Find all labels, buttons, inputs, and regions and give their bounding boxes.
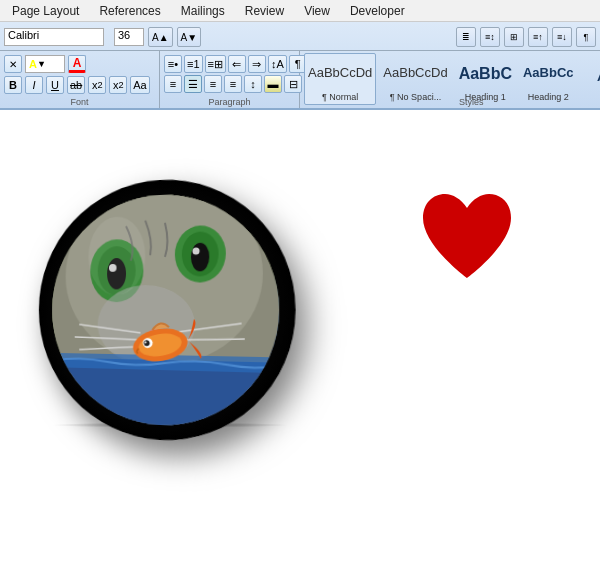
document-content[interactable] [0, 110, 600, 559]
font-grow-btn[interactable]: A▲ [148, 27, 173, 47]
paragraph-section: ≡• ≡1 ≡⊞ ⇐ ⇒ ↕A ¶ ≡ ☰ ≡ ≡ ↕ ▬ ⊟ [160, 51, 300, 108]
heading1-preview: AaBbC [459, 56, 512, 91]
font-size-input[interactable]: 36 [114, 28, 144, 46]
underline-btn[interactable]: U [46, 76, 64, 94]
font-name-input[interactable]: Calibri [4, 28, 104, 46]
font-format-row2: B I U ab x2 x2 Aa [4, 76, 150, 94]
paragraph-section-label: Paragraph [160, 97, 299, 107]
justify-btn[interactable]: ≡ [224, 75, 242, 93]
menu-bar: Page Layout References Mailings Review V… [0, 0, 600, 22]
line-spacing-btn[interactable]: ↕ [244, 75, 262, 93]
title-preview: Aa [585, 56, 600, 91]
ribbon-row2: ✕ A▼ A B I U ab x2 x2 Aa Font [0, 50, 600, 108]
heading2-preview: AaBbCc [523, 56, 574, 91]
circle-outer [39, 172, 296, 448]
sort-btn[interactable]: ↕A [268, 55, 287, 73]
superscript-btn[interactable]: x2 [109, 76, 127, 94]
styles-section-label: Styles [300, 97, 600, 107]
heart-icon [415, 190, 520, 285]
menu-developer[interactable]: Developer [346, 2, 409, 20]
menu-review[interactable]: Review [241, 2, 288, 20]
menu-references[interactable]: References [95, 2, 164, 20]
ribbon: Calibri 36 A▲ A▼ ≣ ≡↕ ⊞ ≡↑ ≡↓ ¶ ✕ A▼ A B [0, 22, 600, 110]
menu-view[interactable]: View [300, 2, 334, 20]
subscript-btn[interactable]: x2 [88, 76, 106, 94]
font-color-btn[interactable]: A [68, 55, 86, 73]
italic-btn[interactable]: I [25, 76, 43, 94]
font-format-row1: ✕ A▼ A [4, 55, 86, 73]
cat-fish-scene [52, 189, 279, 431]
font-shrink-btn[interactable]: A▼ [177, 27, 202, 47]
font-section-label: Font [0, 97, 159, 107]
increase-indent-btn[interactable]: ⇒ [248, 55, 266, 73]
para-btn2[interactable]: ≡↕ [480, 27, 500, 47]
styles-list: AaBbCcDd ¶ Normal AaBbCcDd ¶ No Spaci...… [304, 53, 600, 117]
no-spacing-preview: AaBbCcDd [383, 56, 447, 91]
align-center-btn[interactable]: ☰ [184, 75, 202, 93]
list-bullet-btn[interactable]: ≡• [164, 55, 182, 73]
clear-format-btn[interactable]: ✕ [4, 55, 22, 73]
para-btn6[interactable]: ¶ [576, 27, 596, 47]
decrease-indent-btn[interactable]: ⇐ [228, 55, 246, 73]
bold-btn[interactable]: B [4, 76, 22, 94]
list-number-btn[interactable]: ≡1 [184, 55, 203, 73]
align-right-btn[interactable]: ≡ [204, 75, 222, 93]
shading-btn[interactable]: ▬ [264, 75, 282, 93]
para-align-row: ≡ ☰ ≡ ≡ ↕ ▬ ⊟ [164, 75, 302, 93]
para-btn4[interactable]: ≡↑ [528, 27, 548, 47]
strikethrough-btn[interactable]: ab [67, 76, 85, 94]
para-btn5[interactable]: ≡↓ [552, 27, 572, 47]
para-btn1[interactable]: ≣ [456, 27, 476, 47]
circle-inner [52, 189, 279, 431]
menu-page-layout[interactable]: Page Layout [8, 2, 83, 20]
para-btn3[interactable]: ⊞ [504, 27, 524, 47]
para-indent-row: ≡• ≡1 ≡⊞ ⇐ ⇒ ↕A ¶ [164, 55, 307, 73]
heart-container [415, 190, 520, 289]
change-case-btn[interactable]: Aa [130, 76, 149, 94]
circle-image-container [30, 160, 310, 440]
font-section: ✕ A▼ A B I U ab x2 x2 Aa Font [0, 51, 160, 108]
list-multilevel-btn[interactable]: ≡⊞ [205, 55, 226, 73]
normal-preview: AaBbCcDd [308, 56, 372, 91]
highlight-select[interactable]: A▼ [25, 55, 65, 73]
styles-section: AaBbCcDd ¶ Normal AaBbCcDd ¶ No Spaci...… [300, 51, 600, 108]
menu-mailings[interactable]: Mailings [177, 2, 229, 20]
align-left-btn[interactable]: ≡ [164, 75, 182, 93]
ribbon-row1: Calibri 36 A▲ A▼ ≣ ≡↕ ⊞ ≡↑ ≡↓ ¶ [0, 24, 600, 50]
